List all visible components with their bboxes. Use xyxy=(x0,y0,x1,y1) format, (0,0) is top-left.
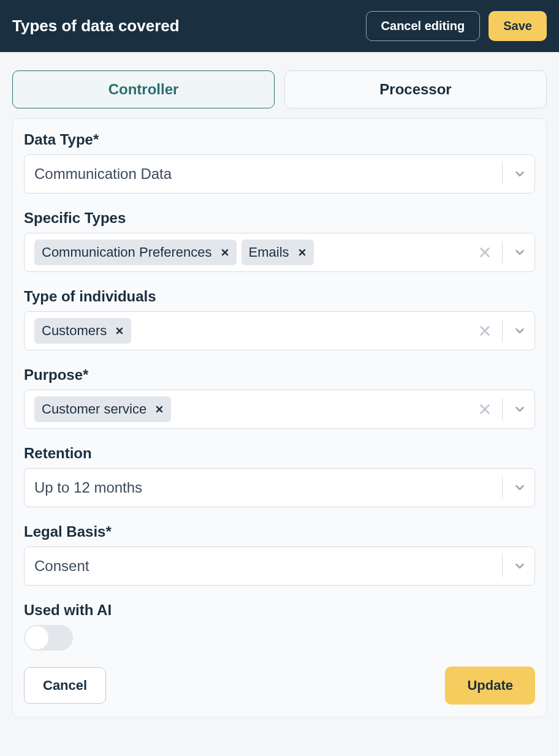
label-type-of-individuals: Type of individuals xyxy=(24,288,535,305)
clear-all-icon[interactable] xyxy=(470,395,500,424)
select-legal-basis-value: Consent xyxy=(34,551,500,581)
chip-purpose-0: Customer service xyxy=(34,396,171,422)
label-purpose: Purpose* xyxy=(24,366,535,384)
chip-individual-0: Customers xyxy=(34,318,131,344)
clear-all-icon[interactable] xyxy=(470,238,500,267)
tabs: Controller Processor xyxy=(0,52,559,118)
chip-specific-type-1: Emails xyxy=(241,240,314,265)
toggle-knob xyxy=(25,626,48,649)
close-icon[interactable] xyxy=(155,405,164,414)
chevron-down-icon[interactable] xyxy=(505,473,534,502)
update-button[interactable]: Update xyxy=(445,667,535,705)
field-data-type: Data Type* Communication Data xyxy=(24,131,535,194)
tab-processor[interactable]: Processor xyxy=(284,70,547,108)
label-used-with-ai: Used with AI xyxy=(24,602,535,619)
select-data-type[interactable]: Communication Data xyxy=(24,154,535,194)
clear-all-icon[interactable] xyxy=(470,316,500,346)
select-purpose[interactable]: Customer service xyxy=(24,390,535,429)
select-retention-value: Up to 12 months xyxy=(34,473,500,502)
field-type-of-individuals: Type of individuals Customers xyxy=(24,288,535,350)
field-purpose: Purpose* Customer service xyxy=(24,366,535,429)
chevron-down-icon[interactable] xyxy=(505,159,534,189)
chevron-down-icon[interactable] xyxy=(505,238,534,267)
select-data-type-value: Communication Data xyxy=(34,159,500,189)
field-retention: Retention Up to 12 months xyxy=(24,445,535,507)
close-icon[interactable] xyxy=(298,248,306,257)
chevron-down-icon[interactable] xyxy=(505,316,534,346)
chip-label: Communication Preferences xyxy=(42,244,212,260)
header-actions: Cancel editing Save xyxy=(366,11,547,41)
select-retention[interactable]: Up to 12 months xyxy=(24,468,535,507)
chip-specific-type-0: Communication Preferences xyxy=(34,240,237,265)
form-footer: Cancel Update xyxy=(24,667,535,705)
form-card: Data Type* Communication Data Specific T… xyxy=(12,118,547,717)
chip-label: Customers xyxy=(42,323,107,339)
label-data-type: Data Type* xyxy=(24,131,535,148)
label-retention: Retention xyxy=(24,445,535,462)
select-type-of-individuals[interactable]: Customers xyxy=(24,311,535,350)
field-legal-basis: Legal Basis* Consent xyxy=(24,523,535,586)
label-specific-types: Specific Types xyxy=(24,210,535,227)
chevron-down-icon[interactable] xyxy=(505,551,534,581)
chip-label: Customer service xyxy=(42,401,146,417)
field-used-with-ai: Used with AI xyxy=(24,602,535,651)
save-button[interactable]: Save xyxy=(489,11,547,41)
toggle-used-with-ai[interactable] xyxy=(24,625,73,651)
page-header: Types of data covered Cancel editing Sav… xyxy=(0,0,559,52)
page-title: Types of data covered xyxy=(12,17,180,36)
close-icon[interactable] xyxy=(221,248,229,257)
close-icon[interactable] xyxy=(115,327,124,335)
chip-label: Emails xyxy=(249,244,289,260)
label-legal-basis: Legal Basis* xyxy=(24,523,535,540)
select-legal-basis[interactable]: Consent xyxy=(24,546,535,586)
chevron-down-icon[interactable] xyxy=(505,395,534,424)
cancel-editing-button[interactable]: Cancel editing xyxy=(366,11,481,41)
select-specific-types[interactable]: Communication Preferences Emails xyxy=(24,233,535,272)
field-specific-types: Specific Types Communication Preferences… xyxy=(24,210,535,272)
cancel-button[interactable]: Cancel xyxy=(24,667,106,704)
tab-controller[interactable]: Controller xyxy=(12,70,275,108)
